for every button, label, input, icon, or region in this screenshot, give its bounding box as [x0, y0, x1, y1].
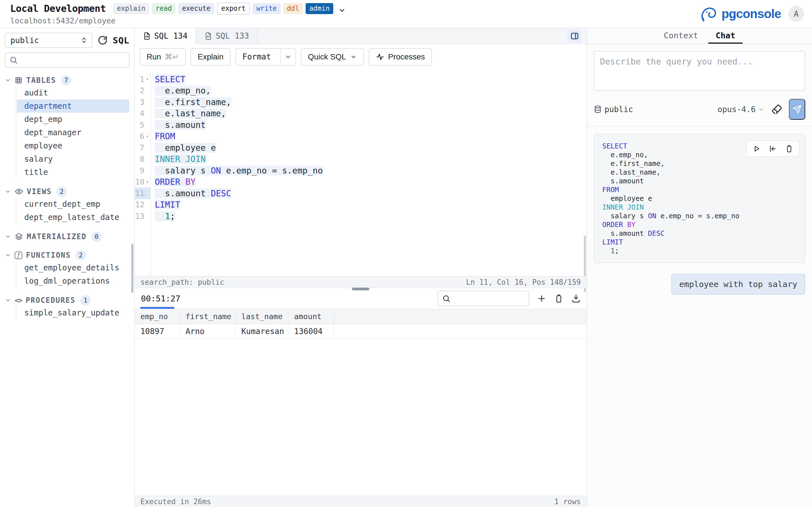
editor-tab-sql-134[interactable]: SQL 134	[135, 28, 196, 44]
section-header-tables[interactable]: TABLES7	[5, 74, 130, 86]
sidebar-scrollbar[interactable]	[132, 244, 133, 293]
code-line-13[interactable]: 1;	[155, 210, 587, 222]
elephant-logo-icon	[700, 6, 719, 22]
copy-results-icon[interactable]	[554, 294, 564, 303]
code-line-8[interactable]: INNER JOIN	[155, 154, 587, 165]
permission-badge-write[interactable]: write	[253, 3, 280, 14]
editor-code[interactable]: SELECT e.emp_no, e.first_name, e.last_na…	[151, 69, 587, 276]
result-tab-timer[interactable]: 00:51:27	[140, 288, 181, 309]
column-header-first_name[interactable]: first_name	[180, 309, 236, 324]
gutter-line-10[interactable]: 10▾	[135, 176, 150, 188]
results-search-input[interactable]	[438, 291, 529, 306]
sidebar-item-dept_manager[interactable]: dept_manager	[17, 126, 130, 139]
chat-prompt-input[interactable]	[594, 51, 805, 91]
sidebar-item-salary[interactable]: salary	[17, 152, 130, 166]
cell-first_name[interactable]: Arno	[180, 324, 236, 339]
gutter-line-5[interactable]: 5	[135, 119, 150, 131]
gutter-line-3[interactable]: 3	[135, 96, 150, 108]
permission-badge-execute[interactable]: execute	[178, 3, 214, 14]
code-line-10[interactable]: ORDER BY	[155, 176, 587, 188]
tab-chat[interactable]: Chat	[708, 28, 743, 44]
code-line-7[interactable]: employee e	[155, 142, 587, 154]
code-line-11[interactable]: s.amount DESC	[155, 187, 587, 199]
gutter-line-9[interactable]: 9	[135, 165, 150, 176]
chat-code-line-5: s.amount	[602, 177, 797, 185]
gutter-line-6[interactable]: 6▾	[135, 131, 150, 142]
code-line-4[interactable]: e.last_name,	[155, 108, 587, 119]
sidebar-item-current_dept_emp[interactable]: current_dept_emp	[17, 198, 130, 211]
table-row[interactable]: 10897ArnoKumaresan136004	[135, 324, 587, 339]
sql-mode-label[interactable]: SQL	[113, 35, 130, 45]
connection-chevron-down-icon[interactable]	[338, 7, 346, 14]
sidebar-item-audit[interactable]: audit	[17, 86, 130, 100]
section-chevron-down-icon	[5, 233, 11, 240]
gutter-line-7[interactable]: 7	[135, 142, 150, 154]
fold-marker-icon[interactable]: ▾	[144, 134, 150, 139]
fold-marker-icon[interactable]: ▾	[144, 179, 150, 184]
fold-marker-icon[interactable]: ▾	[144, 76, 150, 82]
sidebar-search-input[interactable]	[5, 52, 130, 68]
permission-badge-export[interactable]: export	[217, 3, 250, 15]
format-button[interactable]: Format	[236, 48, 296, 66]
section-header-views[interactable]: VIEWS2	[5, 186, 130, 198]
gutter-line-12[interactable]: 12	[135, 199, 150, 211]
sidebar-item-dept_emp[interactable]: dept_emp	[17, 113, 130, 126]
clear-chat-eraser-icon[interactable]	[771, 104, 783, 115]
code-line-12[interactable]: LIMIT	[155, 199, 587, 211]
column-header-emp_no[interactable]: emp_no	[135, 309, 180, 324]
sidebar-item-employee[interactable]: employee	[17, 139, 130, 152]
editor-tab-sql-133[interactable]: SQL 133	[196, 28, 258, 44]
permission-badge-admin[interactable]: admin	[306, 3, 333, 14]
code-line-1[interactable]: SELECT	[155, 73, 587, 85]
format-chevron-down-icon[interactable]	[280, 49, 296, 65]
sidebar-item-get_employee_details[interactable]: get_employee_details	[17, 261, 130, 274]
copy-code-icon[interactable]	[785, 145, 794, 153]
user-avatar[interactable]: A	[788, 6, 804, 22]
code-line-3[interactable]: e.first_name,	[155, 96, 587, 108]
section-header-materialized[interactable]: MATERIALIZED0	[5, 231, 130, 242]
sidebar-item-title[interactable]: title	[17, 166, 130, 179]
add-row-icon[interactable]	[537, 294, 546, 303]
code-line-5[interactable]: s.amount	[155, 119, 587, 131]
editor-gutter: 1▾23456▾78910▾111213	[135, 69, 151, 276]
pane-resize-handle[interactable]	[352, 288, 369, 290]
gutter-line-1[interactable]: 1▾	[135, 73, 150, 85]
cell-last_name[interactable]: Kumaresan	[236, 324, 289, 339]
schema-scope[interactable]: public	[594, 105, 633, 114]
refresh-icon[interactable]	[98, 35, 108, 45]
sidebar-item-log_dml_operations[interactable]: log_dml_operations	[17, 274, 130, 288]
code-line-6[interactable]: FROM	[155, 131, 587, 142]
quick-sql-button[interactable]: Quick SQL	[301, 48, 364, 66]
processes-button[interactable]: Processes	[369, 48, 432, 66]
column-header-amount[interactable]: amount	[289, 309, 334, 324]
sidebar-item-simple_salary_update[interactable]: simple_salary_update	[17, 306, 130, 320]
tab-context[interactable]: Context	[656, 28, 705, 44]
download-results-icon[interactable]	[571, 294, 581, 303]
model-selector[interactable]: opus-4.6	[718, 105, 764, 114]
cell-amount[interactable]: 136004	[289, 324, 334, 339]
permission-badge-read[interactable]: read	[152, 3, 175, 14]
sidebar-item-dept_emp_latest_date[interactable]: dept_emp_latest_date	[17, 211, 130, 224]
gutter-line-4[interactable]: 4	[135, 108, 150, 119]
toggle-right-panel-icon[interactable]	[567, 30, 582, 43]
gutter-line-2[interactable]: 2	[135, 85, 150, 97]
send-button[interactable]	[789, 99, 805, 120]
gutter-line-8[interactable]: 8	[135, 154, 150, 165]
code-line-2[interactable]: e.emp_no,	[155, 85, 587, 97]
schema-select[interactable]: public	[5, 33, 93, 48]
run-code-icon[interactable]	[752, 145, 761, 153]
permission-badge-ddl[interactable]: ddl	[283, 3, 303, 14]
cell-emp_no[interactable]: 10897	[135, 324, 180, 339]
gutter-line-11[interactable]: 11	[135, 187, 150, 199]
sidebar-item-department[interactable]: department	[17, 100, 130, 113]
explain-button[interactable]: Explain	[191, 48, 231, 66]
insert-into-editor-icon[interactable]	[769, 145, 777, 153]
permission-badge-explain[interactable]: explain	[113, 3, 149, 14]
run-button[interactable]: Run ⌘↵	[140, 48, 186, 66]
column-header-last_name[interactable]: last_name	[236, 309, 289, 324]
sql-editor[interactable]: 1▾23456▾78910▾111213 SELECT e.emp_no, e.…	[135, 69, 587, 276]
gutter-line-13[interactable]: 13	[135, 210, 150, 222]
section-header-procedures[interactable]: <>PROCEDURES1	[5, 294, 130, 306]
code-line-9[interactable]: salary s ON e.emp_no = s.emp_no	[155, 165, 587, 176]
section-header-functions[interactable]: ƒFUNCTIONS2	[5, 249, 130, 261]
